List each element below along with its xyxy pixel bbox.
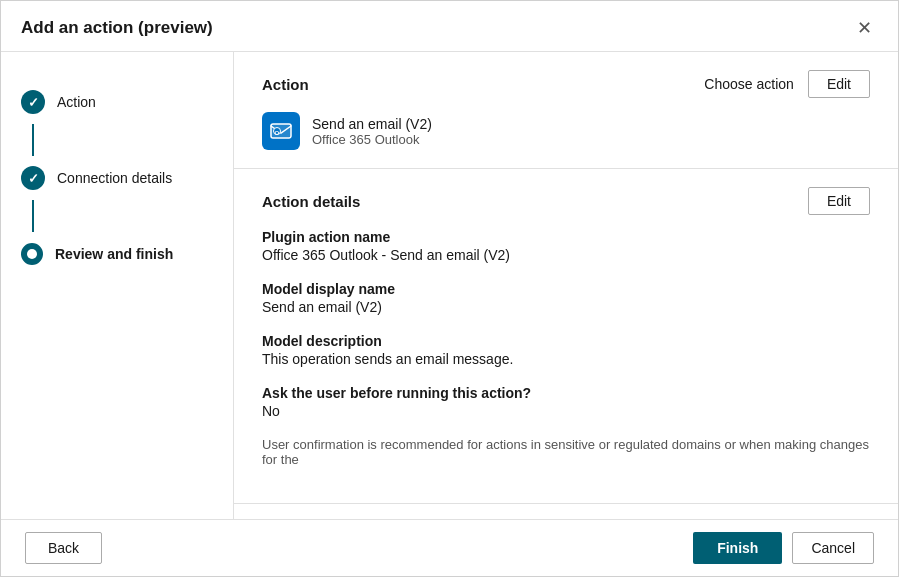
action-section-header: Action Choose action Edit [262, 70, 870, 98]
details-section-header: Action details Edit [262, 187, 870, 215]
detail-value-plugin: Office 365 Outlook - Send an email (V2) [262, 247, 870, 263]
step-wrapper-review: Review and finish [21, 232, 213, 276]
action-section-actions: Choose action Edit [704, 70, 870, 98]
action-row: O Send an email (V2) Office 365 Outlook [262, 112, 870, 150]
detail-model-description: Model description This operation sends a… [262, 333, 870, 367]
detail-label-ask: Ask the user before running this action? [262, 385, 870, 401]
detail-value-ask: No [262, 403, 870, 419]
sidebar-item-action: Action [57, 80, 96, 124]
step-wrapper-action: ✓ Action [21, 80, 213, 156]
finish-button[interactable]: Finish [693, 532, 782, 564]
cancel-button[interactable]: Cancel [792, 532, 874, 564]
detail-user-confirmation-note: User confirmation is recommended for act… [262, 437, 870, 467]
details-section-actions: Edit [808, 187, 870, 215]
detail-label-plugin: Plugin action name [262, 229, 870, 245]
detail-label-model-display: Model display name [262, 281, 870, 297]
detail-label-description: Model description [262, 333, 870, 349]
back-button[interactable]: Back [25, 532, 102, 564]
step-icon-review [21, 243, 43, 265]
details-edit-button[interactable]: Edit [808, 187, 870, 215]
action-edit-button[interactable]: Edit [808, 70, 870, 98]
modal-body: ✓ Action ✓ Connection details [1, 52, 898, 519]
step-connector-2 [32, 200, 34, 232]
step-icon-action: ✓ [21, 90, 45, 114]
action-section-title: Action [262, 76, 309, 93]
detail-value-model-display: Send an email (V2) [262, 299, 870, 315]
action-section: Action Choose action Edit [234, 52, 898, 169]
modal: Add an action (preview) ✕ ✓ Action ✓ [0, 0, 899, 577]
action-text: Send an email (V2) Office 365 Outlook [312, 116, 432, 147]
modal-header: Add an action (preview) ✕ [1, 1, 898, 52]
step-connector-1 [32, 124, 34, 156]
footer-right: Finish Cancel [693, 532, 874, 564]
step-row-connection: ✓ Connection details [21, 156, 213, 200]
step-row-review: Review and finish [21, 232, 213, 276]
action-name: Send an email (V2) [312, 116, 432, 132]
action-subtitle: Office 365 Outlook [312, 132, 432, 147]
main-content: Action Choose action Edit [234, 52, 898, 519]
detail-value-note: User confirmation is recommended for act… [262, 437, 870, 467]
detail-plugin-action-name: Plugin action name Office 365 Outlook - … [262, 229, 870, 263]
close-button[interactable]: ✕ [851, 15, 878, 41]
svg-text:O: O [275, 130, 280, 136]
sidebar-item-review: Review and finish [55, 232, 173, 276]
step-row-action: ✓ Action [21, 80, 213, 124]
modal-footer: Back Finish Cancel [1, 519, 898, 576]
step-icon-connection: ✓ [21, 166, 45, 190]
outlook-icon: O [262, 112, 300, 150]
modal-title: Add an action (preview) [21, 18, 213, 38]
sidebar-item-connection: Connection details [57, 156, 172, 200]
details-section-title: Action details [262, 193, 360, 210]
choose-action-button[interactable]: Choose action [704, 76, 794, 92]
detail-value-description: This operation sends an email message. [262, 351, 870, 367]
sidebar: ✓ Action ✓ Connection details [1, 52, 234, 519]
step-wrapper-connection: ✓ Connection details [21, 156, 213, 232]
detail-model-display-name: Model display name Send an email (V2) [262, 281, 870, 315]
details-section: Action details Edit Plugin action name O… [234, 169, 898, 504]
detail-ask-user: Ask the user before running this action?… [262, 385, 870, 419]
